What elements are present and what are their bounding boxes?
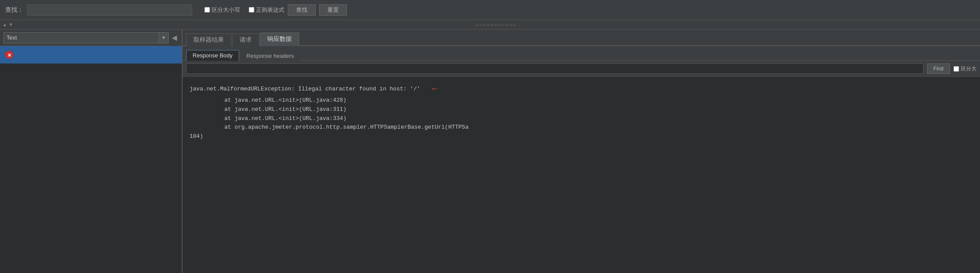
sub-tab-bar: Response Body Response headers bbox=[183, 46, 980, 61]
error-line-3: at java.net.URL.<init>(URL.java:311) bbox=[190, 105, 973, 114]
left-panel: Text ▼ ◀ ✕ bbox=[0, 30, 183, 273]
tab-sampler-result[interactable]: 取样器结果 bbox=[186, 33, 231, 46]
regex-checkbox[interactable] bbox=[249, 7, 254, 13]
search-label: 查找： bbox=[5, 6, 23, 14]
divider-row: ▲ ▼ ≈≈≈≈≈≈≈≈≈≈≈ bbox=[0, 20, 980, 30]
collapse-button[interactable]: ◀ bbox=[170, 30, 178, 46]
right-find-button[interactable]: Find bbox=[927, 63, 950, 74]
error-line-4: at java.net.URL.<init>(URL.java:334) bbox=[190, 114, 973, 123]
svg-text:✕: ✕ bbox=[7, 53, 11, 58]
left-list: ✕ bbox=[0, 46, 182, 273]
right-case-option[interactable]: 区分大 bbox=[953, 65, 977, 73]
arrow-up-icon[interactable]: ▲ bbox=[2, 22, 8, 27]
find-button[interactable]: 查找 bbox=[288, 4, 316, 16]
main-area: Text ▼ ◀ ✕ 取样器结果 请求 响应数据 bbox=[0, 30, 980, 273]
wavy-divider: ≈≈≈≈≈≈≈≈≈≈≈ bbox=[14, 22, 978, 28]
left-header: Text ▼ ◀ bbox=[0, 30, 182, 46]
right-case-checkbox[interactable] bbox=[953, 66, 959, 72]
error-content: java.net.MalformedURLException: Illegal … bbox=[190, 82, 973, 141]
error-line-2: at java.net.URL.<init>(URL.java:428) bbox=[190, 96, 973, 105]
list-item[interactable]: ✕ bbox=[0, 46, 182, 63]
error-shield-icon: ✕ bbox=[4, 50, 14, 60]
reset-button[interactable]: 重置 bbox=[319, 4, 347, 16]
sub-tab-response-body[interactable]: Response Body bbox=[186, 50, 239, 61]
sub-tab-response-headers[interactable]: Response headers bbox=[240, 50, 300, 61]
search-options: 区分大小写 正则表达式 bbox=[204, 6, 284, 14]
search-input[interactable] bbox=[27, 4, 192, 16]
error-line-1: java.net.MalformedURLException: Illegal … bbox=[190, 82, 973, 96]
content-area[interactable]: java.net.MalformedURLException: Illegal … bbox=[183, 77, 980, 273]
right-panel: 取样器结果 请求 响应数据 Response Body Response hea… bbox=[183, 30, 980, 273]
case-sensitive-option[interactable]: 区分大小写 bbox=[204, 6, 240, 14]
format-dropdown[interactable]: Text bbox=[3, 32, 159, 43]
right-search-row: Find 区分大 bbox=[183, 61, 980, 77]
regex-option[interactable]: 正则表达式 bbox=[249, 6, 284, 14]
dropdown-arrow-icon[interactable]: ▼ bbox=[159, 32, 169, 43]
error-line-5: at org.apache.jmeter.protocol.http.sampl… bbox=[190, 123, 973, 132]
error-line-6: 104) bbox=[190, 132, 973, 141]
tab-bar: 取样器结果 请求 响应数据 bbox=[183, 30, 980, 46]
search-bar: 查找： 区分大小写 正则表达式 查找 重置 bbox=[0, 0, 980, 20]
case-sensitive-checkbox[interactable] bbox=[204, 7, 210, 13]
arrow-down-icon[interactable]: ▼ bbox=[8, 22, 14, 27]
tab-response-data[interactable]: 响应数据 bbox=[260, 33, 299, 46]
arrow-annotation-icon: ← bbox=[432, 82, 437, 96]
tab-request[interactable]: 请求 bbox=[232, 33, 259, 46]
right-search-input[interactable] bbox=[186, 63, 923, 74]
